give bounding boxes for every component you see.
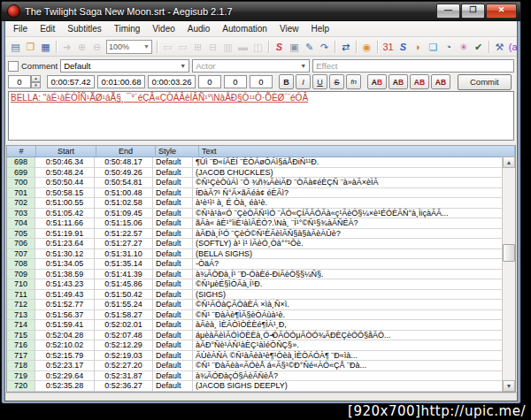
table-row[interactable]: 7190:52:29.640:52:31.87Defaultà¾ÃÓÐàçÓ§À… xyxy=(7,371,515,382)
table-row[interactable]: 7060:51:23.640:51:27.27Default(SOFTLY) à… xyxy=(7,239,515,249)
new-subtitles-icon[interactable]: ▤ xyxy=(8,40,23,54)
properties-icon[interactable]: ◉ xyxy=(359,40,374,54)
layer-value[interactable]: 0 xyxy=(8,75,31,88)
video-stop-icon: ▬ xyxy=(235,40,250,54)
format-s-button[interactable]: S xyxy=(329,74,344,89)
minimize-button[interactable]: — xyxy=(436,4,460,19)
menu-item-automation[interactable]: Automation xyxy=(216,23,273,34)
layer-stepper[interactable]: 0 ▲▼ xyxy=(8,75,41,88)
subtitle-text-editor[interactable]: BELLA: "àÉ¹àÈÒÎÑ¹ÃØ¹áÃ§¸ ¯°´éÇÂ«ÇÒÁÂèÍÂÑ… xyxy=(8,91,514,141)
cell-line-number: 703 xyxy=(7,209,35,219)
table-row[interactable]: 7100:51:43.230:51:45.86Default©Ñ¹μèÉ§ìÒÃ… xyxy=(7,279,515,290)
save-subtitles-icon[interactable]: ▦ xyxy=(38,40,53,54)
column-header-style[interactable]: Style xyxy=(156,146,199,157)
titlebar[interactable]: The Twilight Saga New Moon.srt - Aegisub… xyxy=(2,2,520,21)
format-u-button[interactable]: U xyxy=(312,74,327,89)
log-window-icon[interactable]: (a) xyxy=(507,40,518,54)
table-row[interactable]: 7210:52:42.190:52:43.42DefaultíÑ§¸Ð, xyxy=(7,392,515,393)
scroll-thumb[interactable] xyxy=(503,244,515,262)
table-row[interactable]: 7160:52:10.020:52:12.29DefaultàÃÐ°Ñè¹ÀÑ¹… xyxy=(7,340,515,351)
menu-item-audio[interactable]: Audio xyxy=(181,23,217,34)
menu-item-video[interactable]: Video xyxy=(146,23,181,34)
zoom-level-combo[interactable]: 100%▼ xyxy=(106,40,152,54)
column-header-text[interactable]: Text xyxy=(199,146,515,157)
color-button-2[interactable]: AB xyxy=(389,74,408,89)
table-row[interactable]: 7020:51:00.550:51:02.58Defaultà¹è¹ì¹ à¸ … xyxy=(7,198,515,209)
fonts-collector-icon[interactable]: ✎ xyxy=(302,40,317,54)
table-row[interactable]: 7110:51:49.430:51:50.42Default(SIGHS) xyxy=(7,290,515,301)
effect-field[interactable]: Effect xyxy=(312,59,514,73)
shift-times-icon[interactable]: ⇄ xyxy=(338,40,353,54)
cell-text: áμèàÃèìÃÒìÒÈÈà¸Ó-ÓྦÃÒÓμÃÒÓ¾ÃÐÈÇèÓÕ§åÃÒ..… xyxy=(193,331,515,341)
menu-item-file[interactable]: File xyxy=(7,23,34,34)
table-row[interactable]: 7000:50:50.440:50:54.81Default©Ñ¹ÇèÒùÁì … xyxy=(7,178,515,188)
start-time-field[interactable]: 0:00:57.42 xyxy=(47,75,95,88)
comment-checkbox[interactable] xyxy=(8,61,19,72)
end-time-field[interactable]: 0:01:00.68 xyxy=(97,75,145,88)
automation-icon[interactable]: ⚒ xyxy=(492,40,507,54)
close-button[interactable]: ✕ xyxy=(486,4,517,19)
table-row[interactable]: 7040:51:11.660:51:15.06DefaultãÃà« àÈ¹°ì… xyxy=(7,218,515,229)
scroll-down-icon[interactable]: ▼ xyxy=(503,380,515,392)
duration-field[interactable]: 0:00:03.26 xyxy=(148,75,196,88)
menu-item-help[interactable]: Help xyxy=(304,23,335,34)
table-row[interactable]: 6980:50:46.340:50:48.17Default¶Ùì ¨Ð«íÃÉ… xyxy=(7,157,515,168)
cell-text: (JACOB SIGHS DEEPLY) xyxy=(193,381,515,392)
table-row[interactable]: 7090:51:38.590:51:41.39Defaultà¾ÃÒÐà¸Í¹ … xyxy=(7,270,515,280)
scroll-up-icon[interactable]: ▲ xyxy=(503,157,515,168)
table-row[interactable]: 7140:51:59.410:52:02.01DefaultàÃèà¸ ìÈÃÒ… xyxy=(7,320,515,331)
translation-assistant-icon[interactable]: ◗ xyxy=(411,40,426,54)
format-b-button[interactable]: B xyxy=(279,74,294,89)
color-button-1[interactable]: AB xyxy=(367,74,387,89)
scroll-track[interactable] xyxy=(503,168,515,380)
timing-postprocessor-icon[interactable]: 31 xyxy=(381,40,396,54)
cell-end: 0:52:36.27 xyxy=(95,381,153,392)
maximize-button[interactable]: ❐ xyxy=(461,4,485,19)
open-subtitles-icon[interactable]: ❒ xyxy=(23,40,38,54)
table-row[interactable]: 7180:52:23.170:52:27.20Default©Ñ¹ ¨ÐàÃèà… xyxy=(7,361,515,371)
commit-button[interactable]: Commit xyxy=(458,74,512,90)
kanji-timer-icon[interactable]: ✳ xyxy=(456,40,471,54)
table-row[interactable]: 6990:50:48.240:50:49.26Default(JACOB CHU… xyxy=(7,168,515,179)
export-icon[interactable]: ↷ xyxy=(317,40,332,54)
cell-text: ©Ñ¹ÃÓàÇÃÒàÈÁ ×ìà¸Ñ×ì. xyxy=(193,300,515,310)
spin-up-icon[interactable]: ▲ xyxy=(31,75,41,82)
table-row[interactable]: 7130:51:56.370:51:58.27Default©Ñ¹ ¨ÐàÀè¶… xyxy=(7,310,515,321)
timing-clock-icon[interactable]: ◔ xyxy=(441,40,456,54)
actor-dropdown[interactable]: Actor▼ xyxy=(192,59,310,73)
style-dropdown[interactable]: Default▼ xyxy=(60,59,189,73)
table-row[interactable]: 7080:51:34.050:51:35.14Default-ÒäÁ? xyxy=(7,259,515,270)
table-row[interactable]: 7070:51:30.120:51:31.10Default(BELLA SIG… xyxy=(7,249,515,260)
cell-end: 0:51:45.86 xyxy=(95,279,153,290)
cell-style: Default xyxy=(153,229,193,240)
margin-field-2[interactable]: 0 xyxy=(224,75,247,88)
menu-item-view[interactable]: View xyxy=(273,23,305,34)
format-i-button[interactable]: I xyxy=(296,74,311,89)
spin-down-icon[interactable]: ▼ xyxy=(31,82,41,89)
format-fn-button[interactable]: fn xyxy=(346,74,361,89)
table-row[interactable]: 7150:52:04.280:52:07.48DefaultáμèàÃèìÃÒì… xyxy=(7,331,515,341)
menu-item-subtitles[interactable]: Subtitles xyxy=(61,23,107,34)
margin-field-3[interactable]: 0 xyxy=(250,75,273,88)
cell-start: 0:52:10.02 xyxy=(35,340,95,351)
column-header-num[interactable]: # xyxy=(7,146,36,157)
table-row[interactable]: 7010:50:58.150:51:00.48DefaultÍÐàÃ?¹ Ñ°Ã… xyxy=(7,188,515,199)
table-row[interactable]: 7200:52:35.280:52:36.27Default(JACOB SIG… xyxy=(7,381,515,392)
margin-field-1[interactable]: 0 xyxy=(198,75,221,88)
styling-assistant-icon[interactable]: S xyxy=(396,40,411,54)
column-header-end[interactable]: End xyxy=(96,146,156,157)
spell-checker-icon[interactable]: ✔ xyxy=(471,40,486,54)
color-button-4[interactable]: AB xyxy=(431,74,450,89)
menu-item-edit[interactable]: Edit xyxy=(34,23,61,34)
table-row[interactable]: 7030:51:05.420:51:09.45Default©Ñ¹à¹à«Ó ¨… xyxy=(7,209,515,219)
table-row[interactable]: 7050:51:19.910:51:22.57DefaultàÃÐà¸Í¹Ó ¨… xyxy=(7,229,515,240)
table-row[interactable]: 7170:52:15.790:52:19.03DefaultÄÙèÀÑÀ ©Ñ¹… xyxy=(7,351,515,362)
styles-manager-icon[interactable]: S xyxy=(272,40,287,54)
resample-resolution-icon[interactable]: ❏ xyxy=(426,40,441,54)
column-header-start[interactable]: Start xyxy=(36,146,96,157)
grid-scrollbar[interactable]: ▲ ▼ xyxy=(502,157,515,392)
table-row[interactable]: 7120:51:52.770:51:55.24Default©Ñ¹ÃÓàÇÃÒà… xyxy=(7,300,515,310)
menu-item-timing[interactable]: Timing xyxy=(108,23,147,34)
attachments-icon[interactable]: ▣ xyxy=(287,40,302,54)
color-button-3[interactable]: AB xyxy=(410,74,429,89)
